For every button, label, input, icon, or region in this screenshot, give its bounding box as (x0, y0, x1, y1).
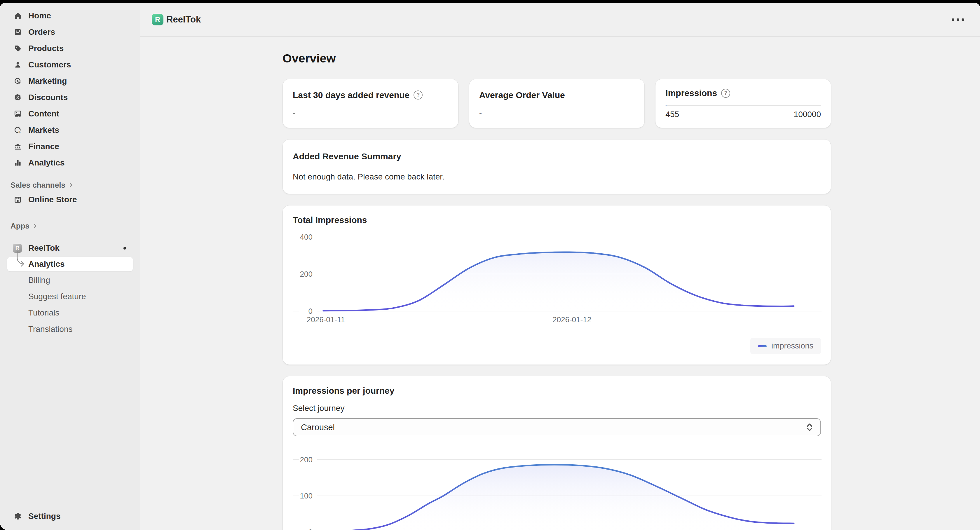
reeltok-logo-icon: R (152, 14, 164, 25)
help-icon[interactable]: ? (414, 91, 423, 100)
tree-elbow-arrow-icon (14, 251, 26, 270)
chevron-right-icon (68, 182, 73, 188)
orders-icon (14, 28, 22, 36)
sidebar-item-orders[interactable]: Orders (7, 24, 133, 40)
sidebar-item-products[interactable]: Products (7, 41, 133, 56)
sidebar-item-finance[interactable]: Finance (7, 139, 133, 154)
discounts-icon (14, 93, 22, 102)
stat-card-impressions: Impressions?455100000 (655, 79, 831, 128)
chart-legend: impressions (293, 338, 821, 354)
help-icon[interactable]: ? (721, 89, 730, 98)
sidebar-item-label: Finance (28, 142, 59, 151)
sidebar-item-discounts[interactable]: Discounts (7, 90, 133, 105)
chart-area-fill (323, 252, 794, 311)
svg-text:$: $ (18, 130, 21, 134)
sidebar-item-label: Analytics (28, 259, 65, 269)
sidebar-item-tutorials[interactable]: Tutorials (7, 305, 133, 320)
stat-card-added-revenue: Last 30 days added revenue?- (283, 79, 458, 128)
sidebar-item-markets[interactable]: $Markets (7, 123, 133, 138)
summary-card-body: Not enough data. Please come back later. (293, 172, 821, 182)
finance-icon (14, 142, 22, 151)
sidebar-item-online-store[interactable]: Online Store (7, 192, 133, 207)
journey-select[interactable]: Carousel (293, 418, 821, 436)
impressions-per-journey-card: Impressions per journey Select journey C… (283, 376, 831, 530)
legend-label: impressions (772, 341, 813, 350)
y-axis-tick-label: 100 (300, 492, 313, 500)
content-icon (14, 110, 22, 118)
x-axis-tick-label: 2026-01-12 (552, 315, 591, 324)
added-revenue-summary-card: Added Revenue Summary Not enough data. P… (283, 139, 831, 194)
overflow-menu-button[interactable] (949, 16, 967, 24)
sales-channels-header[interactable]: Sales channels (7, 179, 133, 191)
app-window: HomeOrdersProductsCustomersMarketingDisc… (0, 3, 980, 530)
home-icon (14, 12, 22, 20)
sidebar-item-label: Home (28, 11, 51, 21)
select-journey-label: Select journey (293, 403, 821, 414)
reeltok-submenu: AnalyticsBillingSuggest featureTutorials… (7, 257, 133, 338)
sidebar-item-label: Markets (28, 126, 59, 135)
sidebar-item-content[interactable]: Content (7, 106, 133, 121)
sidebar-item-settings[interactable]: Settings (7, 509, 133, 524)
sidebar-item-label: Online Store (28, 195, 77, 204)
store-icon (14, 196, 22, 204)
chart-area-fill (323, 465, 794, 530)
x-axis-tick-label: 2026-01-11 (307, 315, 345, 324)
stat-card-value: - (293, 108, 448, 117)
sidebar-item-suggest-feature[interactable]: Suggest feature (7, 289, 133, 304)
gear-icon (14, 512, 22, 520)
chart-title: Total Impressions (293, 215, 821, 225)
notification-dot (123, 247, 126, 250)
sidebar-item-home[interactable]: Home (7, 8, 133, 23)
sidebar-item-marketing[interactable]: Marketing (7, 73, 133, 89)
stat-card-title: Last 30 days added revenue (293, 90, 409, 100)
ellipsis-icon (952, 18, 954, 21)
sidebar-item-label: Discounts (28, 93, 68, 102)
total-impressions-chart: 40020002026-01-112026-01-12 (293, 229, 821, 326)
page-title: Overview (283, 52, 831, 65)
sidebar-item-customers[interactable]: Customers (7, 57, 133, 72)
sales-channels-label: Sales channels (11, 181, 65, 190)
chevron-right-icon (32, 223, 38, 229)
sales-channels-list: Online Store (7, 192, 133, 208)
sidebar-item-label: Content (28, 109, 59, 118)
customers-icon (14, 61, 22, 69)
sidebar-item-label: Translations (28, 325, 72, 334)
sidebar: HomeOrdersProductsCustomersMarketingDisc… (0, 3, 140, 530)
sidebar-item-analytics[interactable]: Analytics (7, 155, 133, 170)
sidebar-item-translations[interactable]: Translations (7, 322, 133, 337)
journey-card-title: Impressions per journey (293, 385, 821, 396)
sidebar-item-label: Orders (28, 27, 55, 37)
app-topbar: R ReelTok (140, 3, 980, 37)
sidebar-item-label: Marketing (28, 76, 67, 86)
sidebar-item-label: ReelTok (28, 244, 59, 253)
sidebar-item-label: Products (28, 44, 64, 53)
analytics-icon (14, 159, 22, 167)
sidebar-item-billing[interactable]: Billing (7, 272, 133, 288)
sidebar-item-analytics[interactable]: Analytics (7, 257, 133, 271)
sidebar-item-label: Suggest feature (28, 292, 86, 301)
y-axis-tick-label: 0 (309, 528, 313, 530)
impressions-current-value: 455 (665, 110, 679, 119)
sidebar-item-label: Settings (28, 512, 60, 521)
apps-label: Apps (11, 221, 29, 231)
select-stepper-icon (805, 422, 814, 432)
legend-line-swatch (758, 345, 767, 347)
journey-select-value: Carousel (301, 423, 335, 432)
legend-item: impressions (750, 338, 821, 354)
stat-card-value: - (479, 108, 635, 117)
stat-card-average-order-value: Average Order Value- (469, 79, 645, 128)
main-area: R ReelTok Overview Last 30 days added re… (140, 3, 980, 530)
sidebar-item-label: Billing (28, 275, 50, 285)
sidebar-nav: HomeOrdersProductsCustomersMarketingDisc… (7, 8, 133, 172)
journey-impressions-chart: 2001000 (293, 452, 821, 530)
impressions-max-value: 100000 (794, 110, 821, 119)
impressions-progress-fill (665, 105, 667, 106)
sidebar-item-label: Analytics (28, 158, 65, 167)
apps-header[interactable]: Apps (7, 220, 133, 232)
total-impressions-card: Total Impressions 40020002026-01-112026-… (283, 205, 831, 365)
sidebar-item-label: Tutorials (28, 308, 59, 318)
y-axis-tick-label: 200 (300, 270, 313, 279)
stat-card-title: Impressions (665, 88, 717, 99)
markets-icon: $ (14, 126, 22, 134)
y-axis-tick-label: 0 (309, 307, 313, 315)
